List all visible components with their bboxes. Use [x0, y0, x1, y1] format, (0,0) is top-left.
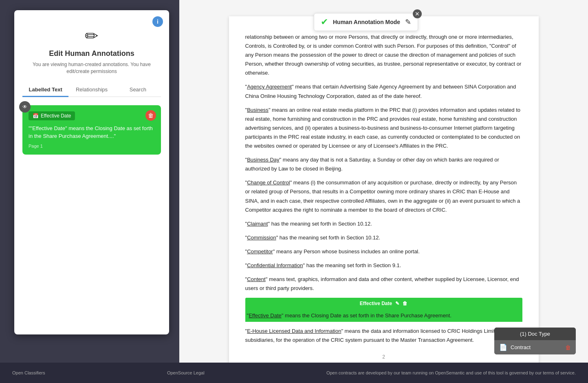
label-text: Effective Date [41, 113, 71, 119]
change-of-control-link: Change of Control [247, 179, 290, 186]
para-effective-date: "Effective Date" means the Closing Date … [245, 310, 522, 322]
doc-type-label: Contract [511, 344, 562, 350]
ham-bar: ✔ Human Annotation Mode ✎ ✕ [314, 13, 418, 31]
annotation-card: 👁 📅 Effective Date 🗑 ""Effective Date" m… [22, 105, 161, 155]
content-link: Content [247, 276, 266, 282]
card-page: Page 1 [29, 144, 155, 148]
toolbar-label: Effective Date [360, 299, 392, 308]
doc-type-panel: (1) Doc Type 📄 Contract 🗑 [494, 328, 576, 354]
eye-badge: 👁 [19, 101, 31, 113]
ham-label: Human Annotation Mode [333, 19, 400, 25]
doc-type-file-icon: 📄 [499, 343, 507, 351]
tab-relationships[interactable]: Relationships [68, 83, 115, 96]
doc-page: relationship between or among two or mor… [229, 16, 539, 363]
tabs: Labelled Text Relationships Search [22, 83, 161, 97]
ham-close-button[interactable]: ✕ [413, 9, 422, 18]
card-text: ""Effective Date" means the Closing Date… [29, 124, 155, 140]
doc-type-delete-button[interactable]: 🗑 [565, 344, 571, 351]
para-10: "Content" means text, graphics, informat… [245, 275, 522, 293]
para-12: "E-House Licensed Data and Information" … [245, 327, 522, 345]
footer-right: Open contracts are developed by our team… [326, 370, 576, 375]
toolbar-edit-icon[interactable]: ✎ [395, 299, 399, 308]
toolbar-delete-icon[interactable]: 🗑 [403, 299, 407, 308]
para-4: "Business Day" means any day that is not… [245, 155, 522, 173]
edit-icon: ✏ [85, 27, 99, 45]
tab-search[interactable]: Search [115, 83, 161, 96]
annotation-toolbar: Effective Date ✎ 🗑 [245, 298, 522, 309]
effective-date-annotation-block: Effective Date ✎ 🗑 "Effective Date" mean… [245, 298, 522, 321]
para-6: "Claimant" has the meaning set forth in … [245, 219, 522, 228]
doc-type-item: 📄 Contract 🗑 [494, 340, 576, 354]
agency-agreement-link: Agency Agreement [247, 84, 292, 90]
business-link: Business [247, 107, 269, 113]
page-number: 2 [245, 353, 522, 361]
doc-type-header: (1) Doc Type [494, 328, 576, 340]
checkmark-icon: ✔ [321, 17, 328, 27]
calendar-icon: 📅 [33, 113, 39, 119]
para-5: "Change of Control" means (i) the consum… [245, 178, 522, 214]
panel-title: Edit Human Annotations [49, 49, 134, 58]
footer-left[interactable]: Open Classifiers [12, 370, 45, 375]
para-9: "Confidential Information" has the meani… [245, 261, 522, 270]
para-2: "Agency Agreement" means that certain Ad… [245, 82, 522, 100]
competitor-link: Competitor [247, 248, 273, 255]
business-day-link: Business Day [247, 157, 279, 163]
para-8: "Competitor" means any Person whose busi… [245, 247, 522, 256]
effective-date-link: Effective Date [249, 312, 282, 319]
claimant-link: Claimant [247, 221, 268, 227]
doc-viewer[interactable]: relationship between or among two or mor… [179, 0, 588, 363]
footer-center[interactable]: OpenSource Legal [167, 370, 205, 375]
info-button[interactable]: i [152, 16, 163, 27]
label-badge: 📅 Effective Date [29, 111, 75, 120]
footer: Open Classifiers OpenSource Legal Open c… [0, 363, 588, 383]
ham-edit-icon[interactable]: ✎ [405, 18, 411, 27]
para-3: "Business" means an online real estate m… [245, 106, 522, 151]
tab-labelled-text[interactable]: Labelled Text [22, 83, 68, 97]
para-7: "Commission" has the meaning set forth i… [245, 233, 522, 242]
para-1: relationship between or among two or mor… [245, 33, 522, 77]
panel-subtitle: You are viewing human-created annotation… [22, 61, 161, 75]
left-panel: i ✏ Edit Human Annotations You are viewi… [14, 10, 169, 334]
confidential-info-link: Confidential Information [247, 262, 303, 268]
e-house-link: E-House Licensed Data and Information [247, 328, 341, 334]
delete-button[interactable]: 🗑 [145, 110, 156, 121]
commission-link: Commission [247, 235, 276, 241]
